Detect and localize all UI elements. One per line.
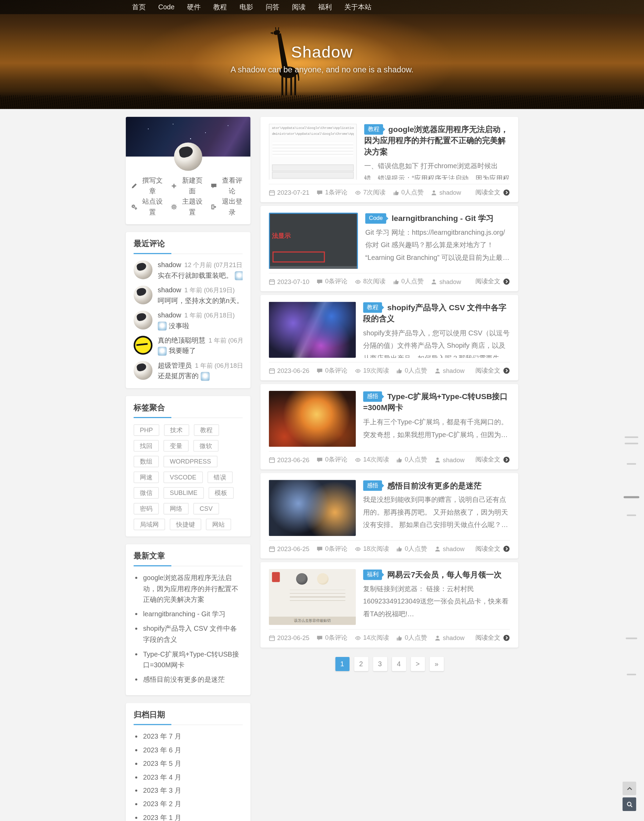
comment-item[interactable]: shadow1 年前 (06月18日) 没事啦 bbox=[134, 311, 243, 331]
tag-chip[interactable]: 微信 bbox=[134, 487, 159, 499]
tag-chip[interactable]: 密码 bbox=[134, 503, 159, 514]
comment-item[interactable]: shadow1 年前 (06月19日) 呵呵呵，坚持水文的第n天。 :baila… bbox=[134, 285, 243, 305]
article-thumbnail[interactable]: 该怎么去形容你最贴切 bbox=[269, 569, 356, 625]
read-more-link[interactable]: 阅读全文 bbox=[475, 455, 510, 464]
nav-item-reading[interactable]: 阅读 bbox=[286, 0, 312, 14]
category-badge[interactable]: 福利 bbox=[363, 570, 382, 580]
page-3[interactable]: 3 bbox=[373, 657, 387, 671]
read-more-link[interactable]: 阅读全文 bbox=[475, 544, 510, 553]
page-2[interactable]: 2 bbox=[354, 657, 368, 671]
tag-chip[interactable]: SUBLIME bbox=[163, 487, 204, 499]
tag-chip[interactable]: WORDPRESS bbox=[163, 456, 217, 467]
page-next[interactable]: > bbox=[411, 657, 425, 671]
category-badge[interactable]: 感悟 bbox=[363, 391, 382, 401]
category-badge[interactable]: 感悟 bbox=[363, 481, 382, 491]
article-title[interactable]: 网易云7天会员，每人每月领一次 bbox=[387, 570, 501, 579]
theme-settings-link[interactable]: 主题设置 bbox=[171, 196, 205, 218]
article-thumbnail[interactable] bbox=[269, 480, 356, 536]
article-title[interactable]: learngitbranching - Git 学习 bbox=[392, 214, 494, 223]
archive-link[interactable]: 2023 年 5 月 bbox=[143, 759, 243, 770]
comment-item[interactable]: 真的绝顶聪明慧1 年前 (06月18日) 我要睡了 bbox=[134, 336, 243, 356]
pagination: 1 2 3 4 > » bbox=[260, 657, 518, 671]
nav-item-welfare[interactable]: 福利 bbox=[312, 0, 338, 14]
tag-chip[interactable]: 技术 bbox=[164, 424, 189, 436]
site-settings-link[interactable]: 站点设置 bbox=[131, 196, 166, 218]
write-post-link[interactable]: 撰写文章 bbox=[131, 175, 166, 196]
archive-link[interactable]: 2023 年 7 月 bbox=[143, 731, 243, 743]
comment-item[interactable]: shadow12 个月前 (07月21日) 实在不行就卸载重装吧。 bbox=[134, 260, 243, 280]
recent-comments-title: 最近评论 bbox=[134, 239, 243, 254]
tag-chip[interactable]: 网络 bbox=[163, 503, 189, 514]
avatar[interactable] bbox=[174, 142, 202, 171]
thumbs-up-icon bbox=[393, 189, 399, 195]
article-thumbnail[interactable]: 法显示 bbox=[269, 213, 358, 269]
thumbs-up-icon bbox=[393, 279, 399, 285]
read-more-link[interactable]: 阅读全文 bbox=[475, 366, 510, 375]
archive-link[interactable]: 2023 年 2 月 bbox=[143, 799, 243, 810]
tag-chip[interactable]: 网站 bbox=[206, 519, 231, 530]
tag-chip[interactable]: 变量 bbox=[163, 440, 189, 452]
tag-chip[interactable]: 数组 bbox=[134, 456, 159, 467]
thumbs-up-icon bbox=[396, 457, 403, 463]
tag-chip[interactable]: 找回 bbox=[134, 440, 159, 452]
tag-chip[interactable]: PHP bbox=[134, 424, 159, 436]
category-badge[interactable]: 教程 bbox=[364, 124, 383, 135]
read-more-link[interactable]: 阅读全文 bbox=[475, 277, 510, 286]
tags-title: 标签聚合 bbox=[134, 403, 243, 418]
category-badge[interactable]: Code bbox=[365, 213, 386, 224]
nav-item-qa[interactable]: 问答 bbox=[260, 0, 286, 14]
chevron-right-circle-icon bbox=[503, 278, 510, 285]
view-comments-link[interactable]: 查看评论 bbox=[211, 175, 245, 196]
article-title[interactable]: google浏览器应用程序无法启动，因为应用程序的并行配置不正确的完美解决方案 bbox=[364, 125, 508, 156]
emoji-sticker bbox=[158, 322, 167, 331]
page-4[interactable]: 4 bbox=[392, 657, 406, 671]
latest-post-link[interactable]: 感悟目前没有更多的是迷茫 bbox=[143, 674, 243, 686]
nav-item-hardware[interactable]: 硬件 bbox=[181, 0, 207, 14]
nav-item-tutorial[interactable]: 教程 bbox=[207, 0, 233, 14]
article-title[interactable]: Type-C扩展坞+Type-C转USB接口=300M网卡 bbox=[363, 392, 508, 412]
page-last[interactable]: » bbox=[429, 657, 444, 671]
page-1[interactable]: 1 bbox=[335, 657, 349, 671]
site-subtitle: A shadow can be anyone, and no one is a … bbox=[0, 65, 644, 74]
back-to-top-button[interactable] bbox=[623, 782, 636, 795]
nav-item-code[interactable]: Code bbox=[152, 0, 181, 14]
article-title[interactable]: shopify产品导入 CSV 文件中各字段的含义 bbox=[363, 303, 506, 323]
article-thumbnail[interactable] bbox=[269, 391, 356, 447]
search-button[interactable] bbox=[623, 797, 636, 811]
tag-chip[interactable]: VSCODE bbox=[163, 472, 203, 483]
latest-post-link[interactable]: google浏览器应用程序无法启动，因为应用程序的并行配置不正确的完美解决方案 bbox=[143, 573, 243, 605]
archive-link[interactable]: 2023 年 6 月 bbox=[143, 745, 243, 756]
logout-link[interactable]: 退出登录 bbox=[211, 196, 245, 218]
read-more-link[interactable]: 阅读全文 bbox=[475, 188, 510, 197]
article-thumbnail[interactable] bbox=[269, 302, 356, 358]
article-excerpt: Git 学习 网址：https://learngitbranching.js.o… bbox=[365, 227, 510, 264]
tag-chip[interactable]: 模板 bbox=[208, 487, 233, 499]
read-more-link[interactable]: 阅读全文 bbox=[475, 634, 510, 642]
article-title[interactable]: 感悟目前没有更多的是迷茫 bbox=[387, 481, 481, 490]
eye-icon bbox=[355, 457, 361, 463]
tag-chip[interactable]: 局域网 bbox=[134, 519, 165, 530]
sidebar: 撰写文章 新建页面 查看评论 站点设置 主题设置 退出登录 最近评论 shado… bbox=[126, 117, 251, 821]
article-meta: 2023-06-26 0条评论 19次阅读 0人点赞 shadow 阅读全文 bbox=[269, 362, 510, 376]
article-thumbnail[interactable]: ator\AppData\Local\Google\Chrome\Applica… bbox=[269, 124, 357, 180]
tag-chip[interactable]: 微软 bbox=[193, 440, 219, 452]
new-page-link[interactable]: 新建页面 bbox=[171, 175, 205, 196]
nav-item-home[interactable]: 首页 bbox=[126, 0, 152, 14]
tag-chip[interactable]: 教程 bbox=[194, 424, 219, 436]
archive-link[interactable]: 2023 年 4 月 bbox=[143, 772, 243, 783]
latest-post-link[interactable]: learngitbranching - Git 学习 bbox=[143, 609, 243, 620]
thumbs-up-icon bbox=[396, 634, 403, 641]
latest-post-link[interactable]: shopify产品导入 CSV 文件中各字段的含义 bbox=[143, 623, 243, 645]
archive-link[interactable]: 2023 年 3 月 bbox=[143, 786, 243, 796]
tag-chip[interactable]: 快捷键 bbox=[170, 519, 201, 530]
category-badge[interactable]: 教程 bbox=[363, 302, 382, 312]
article-card: 法显示 Codelearngitbranching - Git 学习 Git 学… bbox=[260, 206, 518, 291]
archive-link[interactable]: 2023 年 1 月 bbox=[143, 812, 243, 821]
tag-chip[interactable]: 网速 bbox=[134, 472, 159, 483]
latest-post-link[interactable]: Type-C扩展坞+Type-C转USB接口=300M网卡 bbox=[143, 649, 243, 671]
nav-item-about[interactable]: 关于本站 bbox=[338, 0, 378, 14]
tag-chip[interactable]: CSV bbox=[193, 503, 219, 514]
nav-item-movie[interactable]: 电影 bbox=[233, 0, 260, 14]
comment-item[interactable]: 超级管理员1 年前 (06月18日) 还是挺厉害的 bbox=[134, 361, 243, 381]
tag-chip[interactable]: 错误 bbox=[207, 472, 232, 483]
